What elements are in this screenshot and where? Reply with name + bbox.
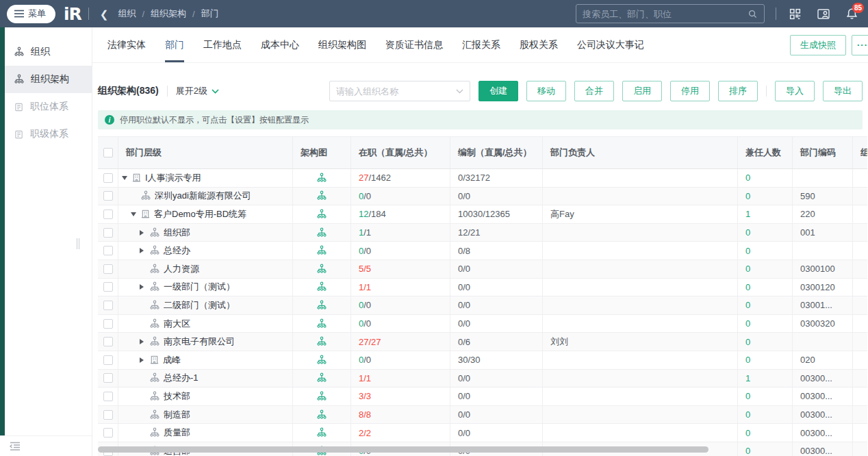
department-icon xyxy=(149,409,160,420)
active-headcount-cell: 12/184 xyxy=(351,205,450,223)
sidebar-item-职级体系[interactable]: 职级体系 xyxy=(5,121,92,148)
expand-toggle-icon[interactable] xyxy=(140,248,149,253)
sidebar-accent-strip xyxy=(0,27,5,436)
row-checkbox[interactable] xyxy=(103,228,113,238)
tab-股权关系[interactable]: 股权关系 xyxy=(520,27,558,62)
global-search-box[interactable] xyxy=(576,4,765,23)
row-checkbox[interactable] xyxy=(103,246,113,255)
org-chart-icon[interactable] xyxy=(316,355,327,366)
org-chart-icon[interactable] xyxy=(316,281,327,292)
row-checkbox[interactable] xyxy=(103,173,113,183)
department-leader-cell xyxy=(543,169,738,187)
sidebar-item-组织架构[interactable]: 组织架构 xyxy=(5,66,92,93)
org-chart-icon[interactable] xyxy=(316,173,327,183)
chevron-down-icon xyxy=(456,89,463,94)
expand-toggle-icon[interactable] xyxy=(140,284,149,290)
row-checkbox[interactable] xyxy=(103,191,113,201)
row-checkbox[interactable] xyxy=(103,210,113,219)
clipped-cell xyxy=(853,296,867,314)
org-chart-icon[interactable] xyxy=(316,190,327,201)
department-icon xyxy=(149,391,160,402)
column-header-3: 在职（直属/总共） xyxy=(351,137,450,168)
clipped-cell xyxy=(853,315,867,333)
tab-公司决议大事记[interactable]: 公司决议大事记 xyxy=(577,27,644,62)
sidebar-collapse-button[interactable] xyxy=(0,435,92,456)
row-checkbox[interactable] xyxy=(103,373,113,383)
row-checkbox[interactable] xyxy=(103,264,113,274)
导出-button[interactable]: 导出 xyxy=(823,81,863,101)
department-name: 技术部 xyxy=(164,390,190,403)
row-checkbox[interactable] xyxy=(103,410,113,420)
row-checkbox[interactable] xyxy=(103,337,113,346)
org-chart-icon[interactable] xyxy=(316,318,327,329)
menu-button[interactable]: 菜单 xyxy=(7,5,55,23)
active-headcount-cell: 27/27 xyxy=(351,333,450,351)
breadcrumb-item-2[interactable]: 组织架构 xyxy=(151,8,186,20)
org-name-search-box[interactable] xyxy=(329,81,470,101)
sidebar-item-组织[interactable]: 组织 xyxy=(5,38,92,66)
department-name: I人事演示专用 xyxy=(145,172,201,184)
horizontal-scrollbar[interactable] xyxy=(98,446,709,453)
tab-资质证书信息[interactable]: 资质证书信息 xyxy=(385,27,443,62)
sidebar-resize-handle[interactable] xyxy=(77,238,82,249)
org-chart-icon[interactable] xyxy=(316,372,327,383)
table-row: 深圳yadi新能源有限公司0/00/00590 xyxy=(98,188,867,206)
tab-成本中心[interactable]: 成本中心 xyxy=(261,27,299,62)
back-chevron-icon[interactable]: ❮ xyxy=(100,9,109,19)
row-checkbox[interactable] xyxy=(103,301,113,310)
contacts-icon[interactable] xyxy=(817,8,830,21)
org-chart-icon[interactable] xyxy=(316,336,327,347)
row-checkbox[interactable] xyxy=(103,355,113,365)
org-chart-icon[interactable] xyxy=(316,391,327,402)
tab-工作地点[interactable]: 工作地点 xyxy=(203,27,242,62)
row-checkbox[interactable] xyxy=(103,319,113,329)
org-chart-icon[interactable] xyxy=(316,227,327,238)
global-search-input[interactable] xyxy=(583,9,748,19)
sidebar: 组织组织架构职位体系职级体系 xyxy=(0,27,92,456)
row-checkbox[interactable] xyxy=(103,428,113,438)
column-header-7: 部门编码 xyxy=(793,137,853,168)
breadcrumb-item-3[interactable]: 部门 xyxy=(201,8,219,20)
org-chart-icon[interactable] xyxy=(316,264,327,275)
合并-button[interactable]: 合并 xyxy=(574,81,614,101)
expand-toggle-icon[interactable] xyxy=(122,176,131,180)
tab-法律实体[interactable]: 法律实体 xyxy=(107,27,146,62)
expand-level-control[interactable]: 展开2级 xyxy=(176,85,219,97)
row-checkbox[interactable] xyxy=(103,392,113,401)
org-chart-icon[interactable] xyxy=(316,427,327,438)
导入-button[interactable]: 导入 xyxy=(775,81,815,101)
notification-bell-icon[interactable]: 85 xyxy=(845,8,858,21)
generate-snapshot-button[interactable]: 生成快照 xyxy=(790,35,846,55)
expand-toggle-icon[interactable] xyxy=(140,230,149,236)
停用-button[interactable]: 停用 xyxy=(670,81,710,101)
tab-汇报关系[interactable]: 汇报关系 xyxy=(462,27,500,62)
tab-部门[interactable]: 部门 xyxy=(165,27,184,62)
expand-toggle-icon[interactable] xyxy=(140,357,149,363)
breadcrumb-item-1[interactable]: 组织 xyxy=(118,8,136,20)
org-name-search-input[interactable] xyxy=(336,86,456,97)
department-leader-cell xyxy=(543,424,738,442)
more-actions-button[interactable]: ··· xyxy=(852,35,868,55)
expand-toggle-icon[interactable] xyxy=(131,212,140,216)
org-chart-icon[interactable] xyxy=(316,209,327,220)
移动-button[interactable]: 移动 xyxy=(526,81,566,101)
department-icon xyxy=(149,264,160,275)
expand-toggle-icon[interactable] xyxy=(140,339,149,344)
search-icon xyxy=(748,9,758,19)
collapse-sidebar-icon xyxy=(9,442,21,451)
tab-组织架构图[interactable]: 组织架构图 xyxy=(318,27,366,62)
row-checkbox[interactable] xyxy=(103,282,113,292)
sidebar-item-职位体系[interactable]: 职位体系 xyxy=(5,93,92,121)
department-leader-cell xyxy=(543,188,738,205)
org-chart-icon[interactable] xyxy=(316,300,327,311)
active-headcount-cell: 0/0 xyxy=(351,351,450,369)
排序-button[interactable]: 排序 xyxy=(718,81,758,101)
org-chart-icon[interactable] xyxy=(316,409,327,420)
department-name: 南大区 xyxy=(164,318,190,330)
启用-button[interactable]: 启用 xyxy=(622,81,662,101)
create-button[interactable]: 创建 xyxy=(478,81,518,101)
org-chart-icon[interactable] xyxy=(316,245,327,256)
qr-code-icon[interactable] xyxy=(789,8,802,21)
active-headcount-cell: 0/0 xyxy=(351,242,450,259)
select-all-checkbox[interactable] xyxy=(103,148,113,157)
